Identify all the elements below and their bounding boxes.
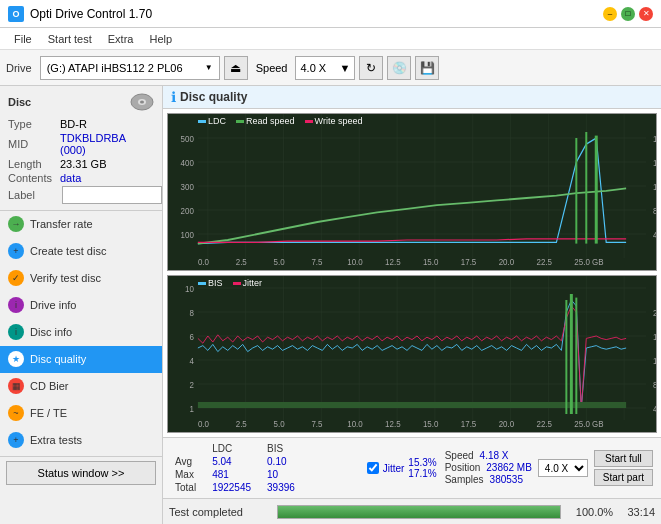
svg-text:300: 300	[181, 181, 194, 192]
drive-value: (G:) ATAPI iHBS112 2 PL06	[47, 62, 183, 74]
jitter-label: Jitter	[383, 463, 405, 474]
drive-dropdown[interactable]: (G:) ATAPI iHBS112 2 PL06 ▼	[40, 56, 220, 80]
disc-label-row: Label ⚙	[8, 186, 154, 204]
sidebar-item-drive-info-label: Drive info	[30, 299, 76, 311]
upper-chart-svg: 100 200 300 400 500 4X 8X 12X 16X 18X 0.…	[168, 114, 656, 270]
start-full-button[interactable]: Start full	[594, 450, 653, 467]
start-part-button[interactable]: Start part	[594, 469, 653, 486]
stats-total-label: Total	[171, 481, 208, 494]
disc-label-input[interactable]	[62, 186, 162, 204]
jitter-avg-row: 15.3%	[408, 457, 436, 468]
stats-max-ldc: 481	[208, 468, 263, 481]
disc-button[interactable]: 💿	[387, 56, 411, 80]
disc-type-row: Type BD-R	[8, 118, 154, 130]
bottom-bar: Test completed 100.0% 33:14	[163, 498, 661, 524]
sidebar-item-drive-info[interactable]: i Drive info	[0, 292, 162, 319]
svg-point-2	[140, 101, 144, 104]
sidebar-item-disc-quality-label: Disc quality	[30, 353, 86, 365]
close-button[interactable]: ✕	[639, 7, 653, 21]
svg-text:12%: 12%	[653, 355, 656, 366]
samples-value: 380535	[490, 474, 523, 485]
sidebar-item-disc-info[interactable]: i Disc info	[0, 319, 162, 346]
ldc-legend-dot	[198, 120, 206, 123]
menu-file[interactable]: File	[6, 31, 40, 47]
svg-text:8: 8	[189, 307, 194, 318]
save-button[interactable]: 💾	[415, 56, 439, 80]
jitter-max-row: 17.1%	[408, 468, 436, 479]
maximize-button[interactable]: □	[621, 7, 635, 21]
create-test-disc-icon: +	[8, 243, 24, 259]
svg-text:6: 6	[189, 331, 194, 342]
legend-jitter: Jitter	[233, 278, 263, 288]
ldc-legend-label: LDC	[208, 116, 226, 126]
disc-length-value: 23.31 GB	[60, 158, 106, 170]
app-title: Opti Drive Control 1.70	[30, 7, 152, 21]
speed-label: Speed	[256, 62, 288, 74]
write-speed-legend-dot	[305, 120, 313, 123]
menu-extra[interactable]: Extra	[100, 31, 142, 47]
svg-text:8X: 8X	[653, 205, 656, 216]
stats-header-ldc: LDC	[208, 442, 263, 455]
legend-ldc: LDC	[198, 116, 226, 126]
svg-text:22.5: 22.5	[536, 256, 552, 267]
disc-mid-row: MID TDKBLDRBA (000)	[8, 132, 154, 156]
sidebar-item-transfer-rate-label: Transfer rate	[30, 218, 93, 230]
jitter-legend-label: Jitter	[243, 278, 263, 288]
svg-text:12.5: 12.5	[385, 418, 401, 429]
titlebar-left: O Opti Drive Control 1.70	[8, 6, 152, 22]
refresh-button[interactable]: ↻	[359, 56, 383, 80]
verify-test-disc-icon: ✓	[8, 270, 24, 286]
jitter-checkbox[interactable]	[367, 462, 379, 474]
sidebar-item-cd-bier[interactable]: ▦ CD Bier	[0, 373, 162, 400]
svg-text:10.0: 10.0	[347, 418, 363, 429]
disc-panel: Disc Type BD-R MID TDKBLDRBA (000) Lengt…	[0, 86, 162, 211]
bottom-progress-fill	[278, 506, 560, 518]
legend-read-speed: Read speed	[236, 116, 295, 126]
status-window-button[interactable]: Status window >>	[6, 461, 156, 485]
upper-chart: LDC Read speed Write speed	[167, 113, 657, 271]
svg-text:20.0: 20.0	[499, 256, 515, 267]
sidebar-item-extra-tests-label: Extra tests	[30, 434, 82, 446]
stats-avg-ldc: 5.04	[208, 455, 263, 468]
upper-chart-legend: LDC Read speed Write speed	[198, 116, 362, 126]
svg-text:400: 400	[181, 157, 194, 168]
svg-rect-85	[198, 402, 626, 408]
speed-select[interactable]: 4.0 X	[538, 459, 588, 477]
menu-start-test[interactable]: Start test	[40, 31, 100, 47]
menu-help[interactable]: Help	[141, 31, 180, 47]
sidebar-item-transfer-rate[interactable]: → Transfer rate	[0, 211, 162, 238]
drive-dropdown-arrow: ▼	[205, 63, 213, 72]
svg-text:15.0: 15.0	[423, 256, 439, 267]
sidebar-item-create-test-disc-label: Create test disc	[30, 245, 106, 257]
svg-text:2.5: 2.5	[236, 256, 247, 267]
stats-header-blank	[171, 442, 208, 455]
stats-total-bis: 39396	[263, 481, 307, 494]
svg-text:22.5: 22.5	[536, 418, 552, 429]
svg-text:17.5: 17.5	[461, 418, 477, 429]
svg-text:7.5: 7.5	[311, 418, 322, 429]
disc-quality-icon: ★	[8, 351, 24, 367]
svg-text:16X: 16X	[653, 157, 656, 168]
svg-text:2.5: 2.5	[236, 418, 247, 429]
sidebar-item-disc-quality[interactable]: ★ Disc quality	[0, 346, 162, 373]
sidebar: Disc Type BD-R MID TDKBLDRBA (000) Lengt…	[0, 86, 163, 524]
disc-quality-title: Disc quality	[180, 90, 247, 104]
sidebar-item-extra-tests[interactable]: + Extra tests	[0, 427, 162, 454]
stats-max-bis: 10	[263, 468, 307, 481]
fe-te-icon: ~	[8, 405, 24, 421]
svg-text:4: 4	[189, 355, 194, 366]
sidebar-item-create-test-disc[interactable]: + Create test disc	[0, 238, 162, 265]
speed-dropdown[interactable]: 4.0 X ▼	[295, 56, 355, 80]
svg-text:18X: 18X	[653, 133, 656, 144]
sidebar-item-fe-te[interactable]: ~ FE / TE	[0, 400, 162, 427]
disc-mid-label: MID	[8, 138, 60, 150]
eject-button[interactable]: ⏏	[224, 56, 248, 80]
svg-text:17.5: 17.5	[461, 256, 477, 267]
stats-area: LDC BIS Avg 5.04 0.10 Max	[163, 437, 661, 498]
speed-current-value: 4.18 X	[480, 450, 509, 461]
minimize-button[interactable]: –	[603, 7, 617, 21]
sidebar-item-verify-test-disc[interactable]: ✓ Verify test disc	[0, 265, 162, 292]
jitter-section: Jitter 15.3% 17.1%	[367, 457, 437, 479]
speed-select-area: 4.0 X	[538, 459, 588, 477]
legend-write-speed: Write speed	[305, 116, 363, 126]
